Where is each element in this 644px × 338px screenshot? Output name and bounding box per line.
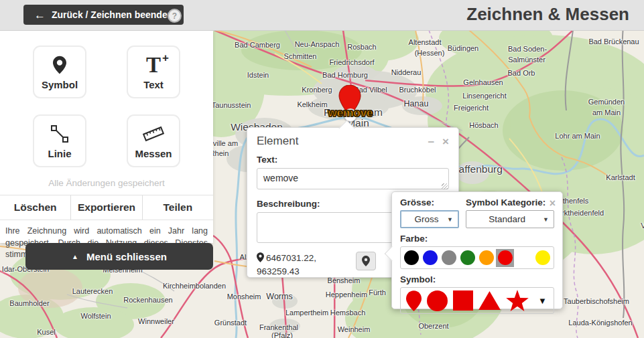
size-select-value: Gross <box>406 214 447 224</box>
category-label: Symbol Kategorie: <box>466 197 554 207</box>
symbol-option-pin[interactable] <box>406 290 422 311</box>
back-arrow-icon: ← <box>34 9 46 21</box>
place-symbol-button[interactable] <box>356 252 376 270</box>
header-bar: ← Zurück / Zeichnen beenden ? Zeichnen &… <box>0 0 644 31</box>
delete-button[interactable]: Löschen <box>0 195 70 220</box>
color-label: Farbe: <box>400 234 554 244</box>
swatch-circle <box>517 250 531 265</box>
swatch-circle <box>498 250 513 265</box>
color-row <box>400 246 554 269</box>
action-row: Löschen Exportieren Teilen <box>0 195 213 220</box>
tool-grid: Symbol T+ Text Linie <box>0 30 213 167</box>
menu-close-button[interactable]: ▲ Menü schliessen <box>25 243 213 270</box>
swatch-circle <box>404 250 419 265</box>
text-plus-icon: T+ <box>146 54 161 76</box>
menu-close-label: Menü schliessen <box>86 251 167 262</box>
symbol-option-square[interactable] <box>453 290 473 311</box>
symbol-style-panel: × Grösse: Gross ▼ Symbol Kategorie: Stan… <box>391 191 563 309</box>
export-button[interactable]: Exportieren <box>70 195 141 220</box>
swatch-circle <box>535 250 550 265</box>
marker-label: wemove <box>324 106 377 120</box>
symbol-option-triangle[interactable] <box>478 291 501 310</box>
pin-icon <box>362 256 370 266</box>
more-symbols-dropdown-icon[interactable]: ▼ <box>538 296 547 306</box>
close-icon[interactable]: × <box>442 136 449 147</box>
page-title: Zeichnen & Messen <box>466 4 629 25</box>
pin-icon <box>257 252 264 262</box>
back-button-label: Zurück / Zeichnen beenden <box>52 9 173 20</box>
symbol-label: Symbol: <box>400 274 554 284</box>
tool-label: Symbol <box>42 79 78 90</box>
panel-selects-row: Grösse: Gross ▼ Symbol Kategorie: Standa… <box>400 197 554 228</box>
tool-text[interactable]: T+ Text <box>127 46 180 98</box>
back-button[interactable]: ← Zurück / Zeichnen beenden <box>23 5 184 25</box>
category-select-value: Standard <box>471 214 543 224</box>
color-swatch-black[interactable] <box>403 249 421 267</box>
tool-label: Linie <box>48 148 71 159</box>
category-select[interactable]: Standard ▼ <box>466 210 554 228</box>
color-swatch-red[interactable] <box>496 249 514 267</box>
chevron-down-icon: ▼ <box>543 216 549 223</box>
text-input[interactable]: wemove <box>257 168 449 189</box>
minimize-icon[interactable]: – <box>428 136 434 147</box>
swatch-circle <box>423 250 438 265</box>
tool-symbol[interactable]: Symbol <box>33 46 86 98</box>
pin-icon <box>53 54 66 76</box>
symbol-row: ▼ <box>400 287 554 314</box>
chevron-up-icon: ▲ <box>72 253 78 260</box>
line-icon <box>50 122 69 145</box>
color-swatch-blue[interactable] <box>422 249 440 267</box>
coordinates-value: 6467031.22, 963259.43 <box>257 253 316 276</box>
color-swatch-yellow[interactable] <box>533 249 552 267</box>
size-select[interactable]: Gross ▼ <box>400 210 459 228</box>
swatch-circle <box>479 250 494 265</box>
symbol-option-star[interactable] <box>506 290 529 311</box>
tool-line[interactable]: Linie <box>33 114 86 167</box>
symbol-option-circle[interactable] <box>427 290 448 311</box>
color-swatch-green[interactable] <box>459 249 477 267</box>
chevron-down-icon: ▼ <box>447 216 453 223</box>
coordinates-text: 6467031.22, 963259.43 <box>257 252 344 278</box>
swatch-circle <box>460 250 475 265</box>
color-swatch-white[interactable] <box>515 249 533 267</box>
close-icon[interactable]: × <box>550 197 556 209</box>
tool-label: Messen <box>135 148 172 159</box>
color-swatch-orange[interactable] <box>478 249 496 267</box>
size-label: Grösse: <box>400 197 459 207</box>
popup-title: Element <box>257 135 420 148</box>
drawing-sidebar: Symbol T+ Text Linie <box>0 30 213 243</box>
text-field-label: Text: <box>257 155 449 165</box>
popup-header: Element – × <box>257 135 449 148</box>
save-status-text: Alle Änderungen gespeichert <box>0 178 213 188</box>
swatch-circle <box>442 250 456 265</box>
tool-label: Text <box>143 79 164 90</box>
share-button[interactable]: Teilen <box>142 195 213 220</box>
tool-measure[interactable]: Messen <box>127 114 180 167</box>
ruler-icon <box>142 122 165 145</box>
help-icon[interactable]: ? <box>168 9 182 23</box>
color-swatch-gray[interactable] <box>440 249 458 267</box>
